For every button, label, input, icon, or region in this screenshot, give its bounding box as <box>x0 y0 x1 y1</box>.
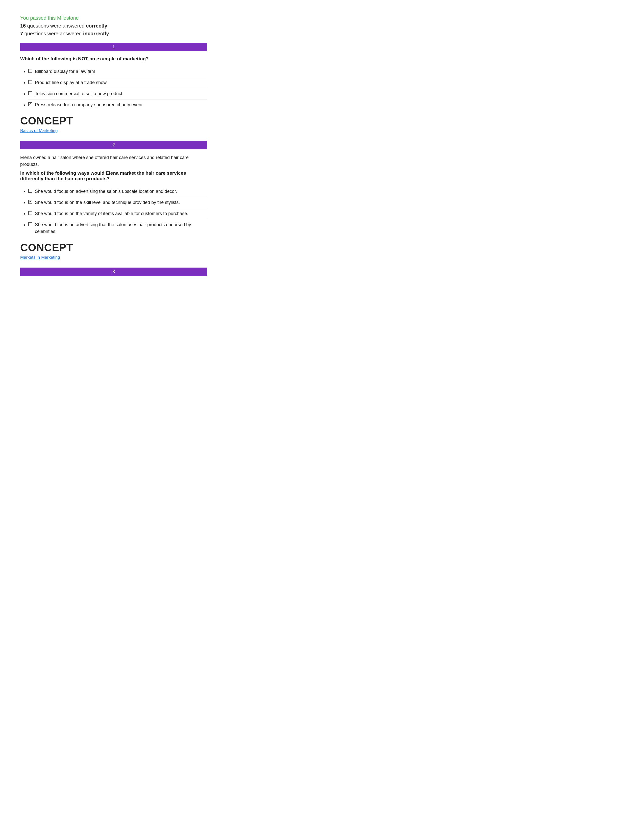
checkbox-1-1[interactable] <box>28 69 32 73</box>
correct-keyword: correctly <box>86 23 107 29</box>
list-item: She would focus on the skill level and t… <box>28 197 207 208</box>
option-label-1-3: Television commercial to sell a new prod… <box>35 90 122 97</box>
checkbox-1-2[interactable] <box>28 80 32 84</box>
options-list-2: She would focus on advertising the salon… <box>20 186 207 237</box>
option-label-2-3: She would focus on the variety of items … <box>35 210 188 217</box>
list-item: She would focus on advertising the salon… <box>28 186 207 197</box>
incorrect-count: 7 <box>20 31 23 36</box>
milestone-passed-text: You passed this Milestone <box>20 15 207 21</box>
question-bar-2: 2 <box>20 141 207 149</box>
concept-section-1: CONCEPT Basics of Marketing <box>20 115 207 135</box>
incorrect-keyword: incorrectly <box>83 31 109 36</box>
concept-section-2: CONCEPT Markets in Marketing <box>20 241 207 262</box>
checkbox-2-3[interactable] <box>28 211 32 215</box>
checkbox-2-1[interactable] <box>28 189 32 193</box>
incorrect-score-line: 7 questions were answered incorrectly. <box>20 31 207 37</box>
option-label-1-1: Billboard display for a law firm <box>35 68 95 75</box>
options-list-1: Billboard display for a law firm Product… <box>20 66 207 110</box>
correct-score-line: 16 questions were answered correctly. <box>20 23 207 29</box>
checkbox-2-4[interactable] <box>28 222 32 226</box>
list-item: Billboard display for a law firm <box>28 66 207 77</box>
option-label-2-1: She would focus on advertising the salon… <box>35 188 177 195</box>
concept-header-1: CONCEPT <box>20 115 207 127</box>
concept-header-2: CONCEPT <box>20 241 207 254</box>
question-bar-3: 3 <box>20 268 207 276</box>
checkbox-2-2[interactable] <box>28 200 32 204</box>
correct-count: 16 <box>20 23 26 29</box>
list-item: Press release for a company-sponsored ch… <box>28 100 207 110</box>
checkbox-1-3[interactable] <box>28 91 32 95</box>
option-label-1-4: Press release for a company-sponsored ch… <box>35 101 142 108</box>
question-text-2: In which of the following ways would Ele… <box>20 170 207 182</box>
list-item: She would focus on advertising that the … <box>28 219 207 237</box>
question-bar-1: 1 <box>20 43 207 51</box>
list-item: Product line display at a trade show <box>28 77 207 88</box>
question-intro-2: Elena owned a hair salon where she offer… <box>20 154 207 168</box>
list-item: Television commercial to sell a new prod… <box>28 88 207 100</box>
option-label-1-2: Product line display at a trade show <box>35 79 106 86</box>
option-label-2-4: She would focus on advertising that the … <box>35 221 207 235</box>
question-text-1: Which of the following is NOT an example… <box>20 56 207 61</box>
concept-link-2[interactable]: Markets in Marketing <box>20 255 60 260</box>
option-label-2-2: She would focus on the skill level and t… <box>35 199 180 206</box>
checkbox-1-4[interactable] <box>28 102 32 106</box>
concept-link-1[interactable]: Basics of Marketing <box>20 128 58 133</box>
list-item: She would focus on the variety of items … <box>28 208 207 219</box>
